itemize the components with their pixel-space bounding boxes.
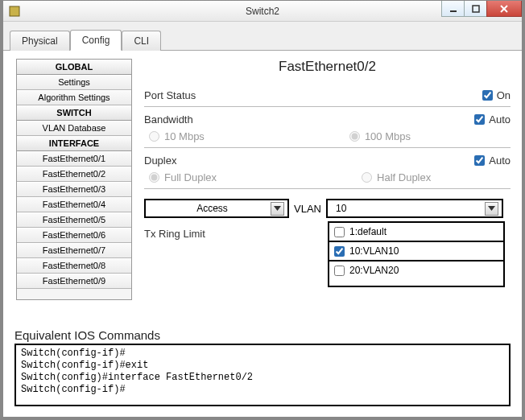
sidebar-item-fe02[interactable]: FastEthernet0/2 xyxy=(17,167,131,182)
svg-marker-6 xyxy=(488,206,495,211)
ios-title: Equivalent IOS Commands xyxy=(14,328,511,342)
app-icon xyxy=(8,5,21,18)
bandwidth-row: Bandwidth Auto xyxy=(144,113,511,126)
sidebar-item-fe07[interactable]: FastEthernet0/7 xyxy=(17,243,131,258)
sidebar-item-fe05[interactable]: FastEthernet0/5 xyxy=(17,212,131,228)
sidebar-item-fe04[interactable]: FastEthernet0/4 xyxy=(17,197,131,212)
sidebar-item-fe08[interactable]: FastEthernet0/8 xyxy=(17,258,131,274)
sidebar: GLOBAL Settings Algorithm Settings SWITC… xyxy=(16,59,132,300)
sidebar-item-settings[interactable]: Settings xyxy=(17,75,131,90)
ios-output[interactable]: Switch(config-if)# Switch(config-if)#exi… xyxy=(14,344,511,406)
sidebar-header-interface: INTERFACE xyxy=(17,136,131,151)
divider xyxy=(144,188,511,189)
port-status-on-label: On xyxy=(497,89,511,101)
bandwidth-10mbps-label: 10 Mbps xyxy=(164,130,205,142)
close-button[interactable] xyxy=(486,1,522,17)
tab-config[interactable]: Config xyxy=(70,30,122,51)
sidebar-item-fe09[interactable]: FastEthernet0/9 xyxy=(17,274,131,289)
ios-section: Equivalent IOS Commands Switch(config-if… xyxy=(14,328,511,406)
sidebar-item-fe03[interactable]: FastEthernet0/3 xyxy=(17,182,131,197)
chevron-down-icon xyxy=(271,202,284,216)
port-status-label: Port Status xyxy=(144,89,196,101)
vlan-label: VLAN xyxy=(294,203,321,215)
tab-cli[interactable]: CLI xyxy=(122,31,161,51)
main-panel: FastEthernet0/2 Port Status On Bandwidth… xyxy=(144,59,511,240)
svg-rect-0 xyxy=(10,6,19,16)
port-status-row: Port Status On xyxy=(144,89,511,101)
tab-bar: Physical Config CLI xyxy=(3,22,522,51)
bandwidth-10mbps: 10 Mbps xyxy=(149,130,205,142)
vlan-option-20-checkbox[interactable] xyxy=(334,266,345,276)
duplex-label: Duplex xyxy=(144,154,176,167)
divider xyxy=(144,106,511,107)
vlan-option-10-label: 10:VLAN10 xyxy=(349,245,399,257)
duplex-row: Duplex Auto xyxy=(144,154,511,167)
bandwidth-auto-checkbox[interactable] xyxy=(474,114,485,125)
maximize-button[interactable] xyxy=(464,1,486,17)
titlebar: Switch2 xyxy=(3,1,522,22)
sidebar-item-vlan-database[interactable]: VLAN Database xyxy=(17,121,131,136)
sidebar-header-switch: SWITCH xyxy=(17,105,131,121)
vlan-select[interactable]: 10 xyxy=(326,199,503,218)
bandwidth-auto-toggle[interactable]: Auto xyxy=(474,113,511,126)
vlan-dropdown-scroll[interactable]: 1:default 10:VLAN10 20:VLAN20 xyxy=(329,223,503,286)
sidebar-item-fe01[interactable]: FastEthernet0/1 xyxy=(17,151,131,167)
sidebar-item-algorithm-settings[interactable]: Algorithm Settings xyxy=(17,90,131,105)
chevron-down-icon xyxy=(485,202,498,216)
duplex-full: Full Duplex xyxy=(149,171,217,183)
port-mode-select[interactable]: Access xyxy=(144,199,289,218)
minimize-button[interactable] xyxy=(441,1,464,17)
duplex-auto-checkbox[interactable] xyxy=(474,155,485,166)
duplex-options: Full Duplex Half Duplex xyxy=(144,171,511,183)
svg-rect-2 xyxy=(473,6,479,12)
vlan-option-1-checkbox[interactable] xyxy=(334,227,345,237)
vlan-option-1-label: 1:default xyxy=(349,226,387,237)
interface-heading: FastEthernet0/2 xyxy=(144,59,511,75)
content-area: GLOBAL Settings Algorithm Settings SWITC… xyxy=(3,51,522,414)
duplex-auto-label: Auto xyxy=(489,154,511,167)
bandwidth-100mbps: 100 Mbps xyxy=(349,130,411,142)
sidebar-scroll[interactable]: GLOBAL Settings Algorithm Settings SWITC… xyxy=(17,60,131,299)
app-window: Switch2 Physical Config CLI GLOBAL Setti… xyxy=(2,0,523,418)
vlan-option-10-checkbox[interactable] xyxy=(334,246,345,257)
divider xyxy=(144,147,511,148)
window-buttons xyxy=(441,1,522,17)
vlan-dropdown: 1:default 10:VLAN10 20:VLAN20 xyxy=(328,221,505,287)
duplex-half-label: Half Duplex xyxy=(377,171,431,183)
duplex-half: Half Duplex xyxy=(362,171,431,183)
bandwidth-label: Bandwidth xyxy=(144,113,193,126)
bandwidth-100mbps-label: 100 Mbps xyxy=(365,130,411,142)
bandwidth-auto-label: Auto xyxy=(489,113,511,126)
tab-physical[interactable]: Physical xyxy=(10,31,70,51)
svg-marker-5 xyxy=(274,206,281,211)
bandwidth-options: 10 Mbps 100 Mbps xyxy=(144,130,511,142)
duplex-full-label: Full Duplex xyxy=(164,171,217,183)
duplex-half-radio xyxy=(362,172,372,183)
sidebar-header-global: GLOBAL xyxy=(17,60,131,75)
vlan-option-20[interactable]: 20:VLAN20 xyxy=(329,261,503,279)
port-mode-value: Access xyxy=(154,203,271,214)
port-status-toggle[interactable]: On xyxy=(482,89,511,101)
bandwidth-10mbps-radio xyxy=(149,131,159,142)
port-status-checkbox[interactable] xyxy=(482,90,493,101)
duplex-auto-toggle[interactable]: Auto xyxy=(474,154,511,167)
vlan-option-1[interactable]: 1:default xyxy=(329,223,503,242)
duplex-full-radio xyxy=(149,172,159,183)
vlan-value: 10 xyxy=(336,203,346,214)
mode-vlan-row: Access VLAN 10 1:default xyxy=(144,199,511,218)
bandwidth-100mbps-radio xyxy=(349,131,360,142)
vlan-option-10[interactable]: 10:VLAN10 xyxy=(329,242,503,261)
sidebar-item-fe06[interactable]: FastEthernet0/6 xyxy=(17,228,131,243)
vlan-option-20-label: 20:VLAN20 xyxy=(349,265,399,276)
